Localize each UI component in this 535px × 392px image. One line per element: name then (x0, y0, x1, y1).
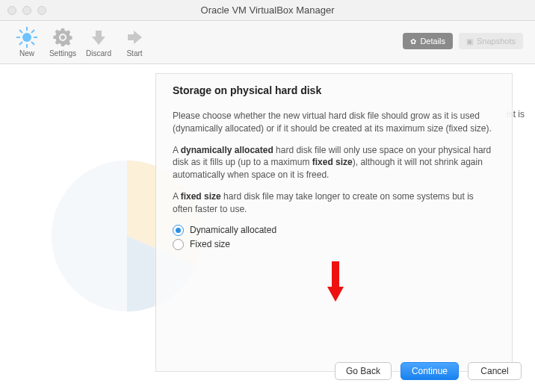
view-switcher: ✿ Details ▣ Snapshots (403, 33, 523, 49)
toolbar-label: New (19, 49, 34, 57)
storage-wizard-dialog: Storage on physical hard disk Please cho… (155, 73, 513, 372)
radio-label: Dynamically allocated (190, 225, 276, 235)
sun-icon (16, 27, 37, 48)
toolbar-label: Start (126, 49, 142, 57)
continue-button[interactable]: Continue (401, 362, 459, 380)
new-button[interactable]: New (9, 27, 45, 57)
arrow-down-icon (88, 27, 109, 48)
dialog-heading: Storage on physical hard disk (173, 84, 495, 96)
toolbar-label: Discard (86, 49, 111, 57)
radio-icon (173, 225, 184, 236)
camera-icon: ▣ (466, 37, 473, 46)
cancel-button[interactable]: Cancel (468, 362, 522, 380)
svg-line-8 (31, 30, 34, 33)
svg-line-7 (19, 42, 22, 45)
arrow-right-icon (124, 27, 145, 48)
radio-fixed[interactable]: Fixed size (173, 239, 495, 250)
snapshots-tab[interactable]: ▣ Snapshots (459, 33, 523, 49)
titlebar: Oracle VM VirtualBox Manager (0, 0, 535, 21)
tab-label: Details (420, 37, 445, 46)
svg-line-5 (19, 30, 22, 33)
details-tab[interactable]: ✿ Details (403, 33, 453, 49)
dialog-paragraph: A fixed size hard disk file may take lon… (173, 190, 495, 216)
discard-button[interactable]: Discard (81, 27, 117, 57)
close-window-icon[interactable] (7, 6, 16, 15)
minimize-window-icon[interactable] (22, 6, 31, 15)
window-controls (7, 6, 46, 15)
radio-label: Fixed size (190, 239, 230, 249)
gear-icon: ✿ (410, 37, 416, 46)
toolbar-label: Settings (49, 49, 76, 57)
content-area: ist is Storage on physical hard disk Ple… (0, 64, 535, 392)
svg-line-6 (31, 42, 34, 45)
tab-label: Snapshots (477, 37, 516, 46)
radio-dynamic[interactable]: Dynamically allocated (173, 225, 495, 236)
radio-icon (173, 239, 184, 250)
wizard-buttons: Go Back Continue Cancel (335, 362, 522, 380)
svg-point-0 (22, 33, 31, 42)
dialog-paragraph: A dynamically allocated hard disk file w… (173, 144, 495, 181)
start-button[interactable]: Start (117, 27, 152, 57)
settings-button[interactable]: Settings (45, 27, 81, 57)
toolbar: New Settings Discard Start ✿ Details ▣ S… (0, 21, 535, 64)
gear-icon (52, 27, 73, 48)
window-title: Oracle VM VirtualBox Manager (0, 4, 535, 16)
go-back-button[interactable]: Go Back (335, 362, 392, 380)
zoom-window-icon[interactable] (37, 6, 46, 15)
dialog-paragraph: Please choose whether the new virtual ha… (173, 110, 495, 135)
